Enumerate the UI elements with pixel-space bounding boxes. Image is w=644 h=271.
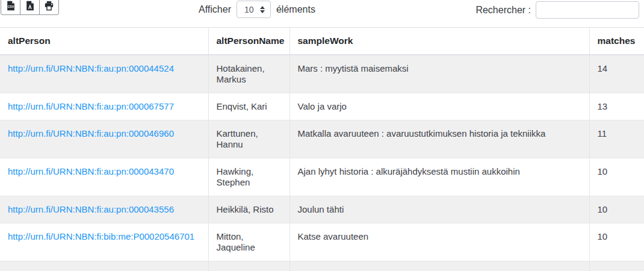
cell-altperson: http://urn.fi/URN:NBN:fi:au:pn:000046960 xyxy=(0,120,208,158)
table-row: http://urn.fi/URN:NBN:fi:au:pn:000046960… xyxy=(0,120,644,158)
cell-altperson: http://urn.fi/URN:NBN:fi:au:pn:000043470 xyxy=(0,158,208,196)
urn-link[interactable]: http://urn.fi/URN:NBN:fi:bib:me:P0002054… xyxy=(8,231,194,241)
cell-altpersonname: Mitton, Jaqueline xyxy=(208,223,289,261)
column-header-samplework[interactable]: sampleWork xyxy=(289,28,589,55)
csv-file-icon: CSV xyxy=(5,1,16,11)
export-button-group: CSV xyxy=(1,0,59,15)
cell-samplework: Matkalla avaruuteen : avaruustutkimuksen… xyxy=(289,120,589,158)
cell-altpersonname: Heikkilä, Risto xyxy=(208,196,289,223)
column-header-altpersonname[interactable]: altPersonName xyxy=(208,28,289,55)
cell-matches: 11 xyxy=(589,120,644,158)
table-body: http://urn.fi/URN:NBN:fi:au:pn:000044524… xyxy=(0,55,644,271)
table-controls-bar: CSV xyxy=(0,0,644,27)
page-length-value: 10 xyxy=(244,5,254,14)
search-input[interactable] xyxy=(536,1,639,19)
cell-matches: 14 xyxy=(589,55,644,93)
search-control: Rechercher : xyxy=(475,1,639,19)
cell-matches: 10 xyxy=(589,158,644,196)
table-row: http://urn.fi/URN:NBN:fi:au:pn:000044524… xyxy=(0,55,644,93)
urn-link[interactable]: http://urn.fi/URN:NBN:fi:au:pn:000046960 xyxy=(8,128,174,139)
table-row: http://urn.fi/URN:NBN:fi:au:pn:000043470… xyxy=(0,158,644,196)
csv-export-button[interactable]: CSV xyxy=(1,0,20,15)
urn-link[interactable]: http://urn.fi/URN:NBN:fi:au:pn:000044524 xyxy=(8,63,174,73)
cell-altpersonname: Hotakainen, Markus xyxy=(208,55,289,93)
pdf-export-button[interactable] xyxy=(20,0,40,15)
pdf-file-icon xyxy=(25,1,35,11)
svg-text:CSV: CSV xyxy=(8,5,14,8)
column-header-altperson[interactable]: altPerson xyxy=(0,28,208,55)
urn-link[interactable]: http://urn.fi/URN:NBN:fi:au:pn:000043556 xyxy=(8,204,174,214)
cell-samplework: Ajan lyhyt historia : alkuräjähdyksestä … xyxy=(289,158,589,196)
datatable-page: CSV xyxy=(0,0,644,271)
cell-altperson: http://urn.fi/URN:NBN:fi:au:pn:000067577 xyxy=(0,93,208,120)
results-table: altPerson altPersonName sampleWork match… xyxy=(0,27,644,271)
length-label-after: éléments xyxy=(276,4,315,15)
cell-altperson: http://urn.fi/URN:NBN:fi:bib:me:P0002054… xyxy=(0,223,208,261)
cell-altpersonname: Heikkilä, Risto xyxy=(208,261,289,271)
cell-altpersonname: Enqvist, Kari xyxy=(208,93,289,120)
search-label: Rechercher : xyxy=(475,5,531,16)
table-row: http://urn.fi/URN:NBN:fi:au:pn:000043556… xyxy=(0,196,644,223)
table-row: http://urn.fi/URN:NBN:fi:bib:me:P0047286… xyxy=(0,261,644,271)
cell-samplework: Katse avaruuteen xyxy=(289,223,589,261)
cell-altpersonname: Hawking, Stephen xyxy=(208,158,289,196)
cell-matches: 13 xyxy=(589,93,644,120)
cell-altperson: http://urn.fi/URN:NBN:fi:au:pn:000044524 xyxy=(0,55,208,93)
cell-samplework: Joulun tähti xyxy=(289,196,589,223)
select-arrows-icon xyxy=(260,6,265,13)
cell-samplework: Mars : myytistä maisemaksi xyxy=(289,55,589,93)
page-length-select[interactable]: 10 xyxy=(237,1,271,18)
cell-matches: 10 xyxy=(589,196,644,223)
table-row: http://urn.fi/URN:NBN:fi:au:pn:000067577… xyxy=(0,93,644,120)
urn-link[interactable]: http://urn.fi/URN:NBN:fi:au:pn:000067577 xyxy=(8,101,174,111)
table-header-row: altPerson altPersonName sampleWork match… xyxy=(0,28,644,55)
cell-altperson: http://urn.fi/URN:NBN:fi:au:pn:000043556 xyxy=(0,196,208,223)
cell-altpersonname: Karttunen, Hannu xyxy=(208,120,289,158)
cell-matches: 10 xyxy=(589,223,644,261)
cell-matches: 10 xyxy=(589,261,644,271)
column-header-matches[interactable]: matches xyxy=(589,28,644,55)
cell-samplework: Kun minä katselen taivasta xyxy=(289,261,589,271)
page-length-control: Afficher 10 éléments xyxy=(199,0,315,19)
length-label-before: Afficher xyxy=(199,4,231,15)
urn-link[interactable]: http://urn.fi/URN:NBN:fi:au:pn:000043470 xyxy=(8,166,174,176)
printer-icon xyxy=(44,1,54,11)
print-button[interactable] xyxy=(39,0,59,15)
table-row: http://urn.fi/URN:NBN:fi:bib:me:P0002054… xyxy=(0,223,644,261)
cell-altperson: http://urn.fi/URN:NBN:fi:bib:me:P0047286… xyxy=(0,261,208,271)
cell-samplework: Valo ja varjo xyxy=(289,93,589,120)
